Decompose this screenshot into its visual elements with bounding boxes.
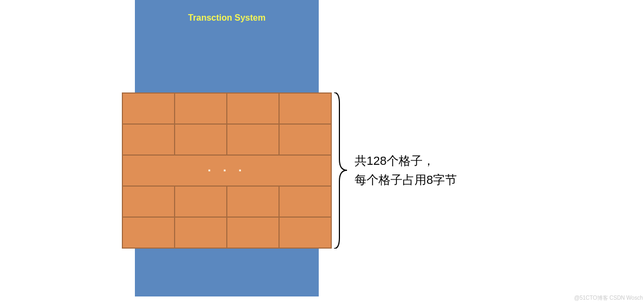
grid-cell: [280, 187, 331, 217]
brace-icon: [333, 92, 349, 249]
grid-cell: [280, 94, 331, 123]
grid-cell: [227, 187, 280, 217]
grid-cell: [227, 218, 280, 248]
watermark-label: @51CTO博客 CSDN Wosch: [574, 294, 643, 302]
grid-row: [123, 218, 331, 248]
grid-cell: [280, 218, 331, 248]
grid-cell: [123, 125, 175, 154]
slot-grid: · · ·: [122, 92, 332, 249]
grid-ellipsis-row: · · ·: [123, 156, 331, 187]
annotation-line2: 每个格子占用8字节: [355, 170, 457, 189]
grid-row: [123, 125, 331, 156]
ellipsis-label: · · ·: [208, 164, 246, 178]
annotation-text: 共128个格子， 每个格子占用8字节: [355, 151, 457, 189]
grid-cell: [175, 125, 227, 154]
grid-cell: [123, 187, 175, 217]
grid-cell: [123, 218, 175, 248]
grid-cell: [280, 125, 331, 154]
grid-cell: [175, 94, 227, 123]
grid-cell: [175, 187, 227, 217]
grid-cell: [175, 218, 227, 248]
annotation-line1: 共128个格子，: [355, 151, 457, 170]
title-label: Transction System: [135, 13, 319, 23]
grid-row: [123, 187, 331, 218]
grid-cell: [123, 94, 175, 123]
grid-row: [123, 94, 331, 125]
grid-cell: [227, 94, 280, 123]
grid-cell: [227, 125, 280, 154]
